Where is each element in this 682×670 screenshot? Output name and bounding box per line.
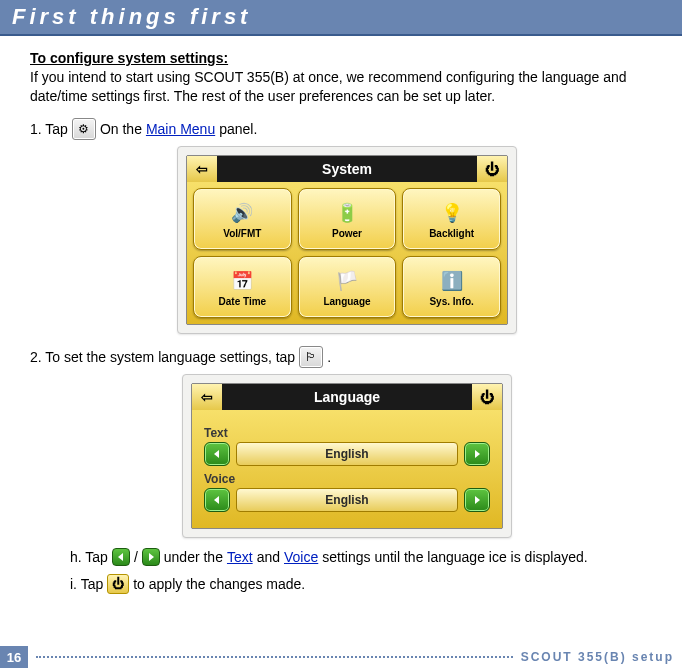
system-title: System [217,161,477,177]
svg-marker-5 [149,553,154,561]
tile-label: Vol/FMT [223,228,261,239]
system-tile-date-time[interactable]: 📅Date Time [193,256,292,318]
back-icon[interactable]: ⇦ [187,156,217,182]
step-1-prefix: 1. Tap [30,121,68,137]
lang-back-icon[interactable]: ⇦ [192,384,222,410]
spinner-voice: English [204,488,490,512]
step-1: 1. Tap ⚙ On the Main Menu panel. [30,118,664,140]
power-icon: 🔋 [330,198,364,228]
right-arrow-icon [142,548,160,566]
prev-arrow-icon[interactable] [204,488,230,512]
svg-marker-0 [214,450,219,458]
text-link[interactable]: Text [227,549,253,565]
tile-label: Date Time [219,296,267,307]
page-number: 16 [0,646,28,668]
lang-section-label-voice: Voice [204,472,490,486]
datetime-icon: 📅 [225,266,259,296]
language-screen: ⇦ Language ⏻ TextEnglishVoiceEnglish [191,383,503,529]
apply-icon: ⏻ [107,574,129,594]
system-tile-sys-info-[interactable]: ℹ️Sys. Info. [402,256,501,318]
power-icon[interactable]: ⏻ [477,156,507,182]
substep-h: h. Tap / under the Text and Voice settin… [70,548,664,566]
prev-arrow-icon[interactable] [204,442,230,466]
language-screenshot-frame: ⇦ Language ⏻ TextEnglishVoiceEnglish [182,374,512,538]
svg-marker-2 [214,496,219,504]
system-tile-power[interactable]: 🔋Power [298,188,397,250]
intro-paragraph: If you intend to start using SCOUT 355(B… [30,68,664,106]
language-topbar: ⇦ Language ⏻ [192,384,502,410]
tile-label: Language [323,296,370,307]
spinner-value: English [236,442,458,466]
step-2: 2. To set the system language settings, … [30,346,664,368]
language-icon: 🏳️ [330,266,364,296]
system-tile-vol-fmt[interactable]: 🔊Vol/FMT [193,188,292,250]
sub-h-prefix: h. Tap [70,549,108,565]
sub-h-after: under the [164,549,223,565]
voice-link[interactable]: Voice [284,549,318,565]
left-arrow-icon [112,548,130,566]
step-1-mid: On the [100,121,142,137]
volume-icon: 🔊 [225,198,259,228]
step-2-after: . [327,349,331,365]
configure-icon: ⚙ [72,118,96,140]
section-header: First things first [0,0,682,36]
tile-label: Backlight [429,228,474,239]
sub-i-prefix: i. Tap [70,576,103,592]
step-2-before: 2. To set the system language settings, … [30,349,295,365]
spinner-value: English [236,488,458,512]
language-title: Language [222,389,472,405]
section-title: First things first [12,4,251,30]
svg-marker-4 [118,553,123,561]
sysinfo-icon: ℹ️ [435,266,469,296]
system-screenshot-frame: ⇦ System ⏻ 🔊Vol/FMT🔋Power💡Backlight📅Date… [177,146,517,334]
lang-section-label-text: Text [204,426,490,440]
sub-i-rest: to apply the changes made. [133,576,305,592]
svg-marker-1 [475,450,480,458]
next-arrow-icon[interactable] [464,488,490,512]
footer-dots [36,656,513,658]
svg-marker-3 [475,496,480,504]
tile-label: Sys. Info. [429,296,473,307]
footer-label: SCOUT 355(B) setup [521,650,682,664]
substep-i: i. Tap ⏻ to apply the changes made. [70,574,664,594]
system-tile-backlight[interactable]: 💡Backlight [402,188,501,250]
content-area: To configure system settings: If you int… [0,36,682,594]
backlight-icon: 💡 [435,198,469,228]
system-topbar: ⇦ System ⏻ [187,156,507,182]
sub-h-rest: settings until the language ice is displ… [322,549,587,565]
system-screen: ⇦ System ⏻ 🔊Vol/FMT🔋Power💡Backlight📅Date… [186,155,508,325]
sub-h-mid: / [134,549,138,565]
sub-h-and: and [257,549,280,565]
next-arrow-icon[interactable] [464,442,490,466]
step-1-end: panel. [219,121,257,137]
spinner-text: English [204,442,490,466]
config-heading: To configure system settings: [30,50,664,66]
lang-power-icon[interactable]: ⏻ [472,384,502,410]
system-tile-language[interactable]: 🏳️Language [298,256,397,318]
tile-label: Power [332,228,362,239]
page-footer: 16 SCOUT 355(B) setup [0,644,682,670]
main-menu-link[interactable]: Main Menu [146,121,215,137]
flags-icon: 🏳 [299,346,323,368]
